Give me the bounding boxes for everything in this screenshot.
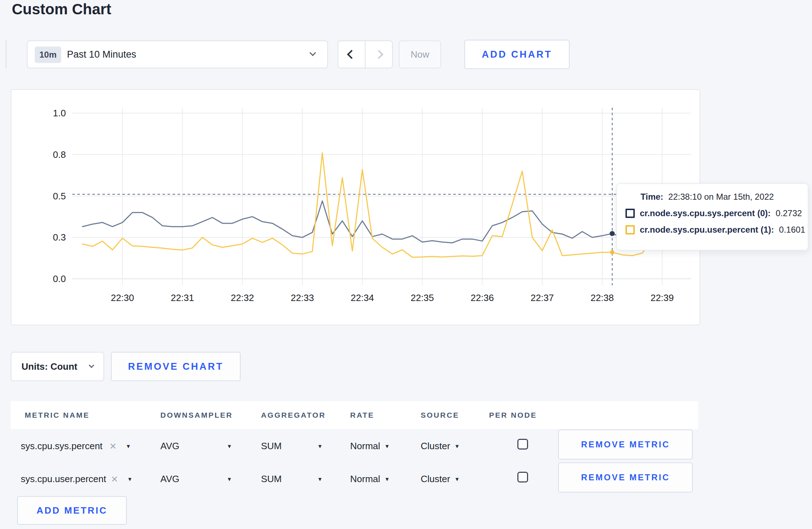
clear-metric-icon[interactable]: × <box>111 472 118 486</box>
tooltip-series-label: cr.node.sys.cpu.user.percent (1): <box>640 225 774 235</box>
time-range-select[interactable]: 10m Past 10 Minutes <box>27 40 328 68</box>
per-node-checkbox[interactable] <box>517 439 528 450</box>
tooltip-series-row: cr.node.sys.cpu.sys.percent (0): 0.2732 <box>625 208 802 218</box>
rate-value: Normal <box>350 441 380 452</box>
caret-down-icon: ▼ <box>317 443 323 449</box>
caret-down-icon: ▼ <box>227 443 232 449</box>
col-header-metric-name: METRIC NAME <box>25 411 90 419</box>
rate-dropdown[interactable]: Normal ▼ <box>350 471 390 487</box>
tooltip-series-row: cr.node.sys.cpu.user.percent (1): 0.1601 <box>625 225 805 235</box>
x-axis-tick-label: 22:37 <box>531 292 554 303</box>
chevron-left-icon <box>347 50 356 59</box>
chart-panel: 0.00.30.50.81.022:3022:3122:3222:3322:34… <box>11 89 700 325</box>
aggregator-dropdown[interactable]: SUM ▼ <box>261 438 323 454</box>
caret-down-icon: ▼ <box>126 443 131 449</box>
series-sys-swatch-icon <box>625 209 635 218</box>
caret-down-icon: ▼ <box>127 476 132 482</box>
tooltip-time-label: Time: <box>641 192 663 202</box>
col-header-downsampler: DOWNSAMPLER <box>160 411 233 419</box>
tooltip-series-value: 0.2732 <box>775 208 802 218</box>
remove-chart-button[interactable]: REMOVE CHART <box>111 352 241 381</box>
y-axis-tick-label: 0.5 <box>53 191 66 202</box>
next-range-button[interactable] <box>366 41 392 68</box>
tooltip-series-label: cr.node.sys.cpu.sys.percent (0): <box>640 208 770 218</box>
x-axis-tick-label: 22:30 <box>111 292 134 303</box>
downsampler-value: AVG <box>160 441 179 452</box>
tooltip-time-row: Time: 22:38:10 on Mar 15th, 2022 <box>641 192 774 202</box>
x-axis-tick-label: 22:32 <box>231 292 254 303</box>
aggregator-value: SUM <box>261 441 282 452</box>
timeseries-chart[interactable]: 0.00.30.50.81.022:3022:3122:3222:3322:34… <box>11 90 700 325</box>
aggregator-value: SUM <box>261 474 282 485</box>
source-dropdown[interactable]: Cluster ▼ <box>421 438 460 454</box>
x-axis-tick-label: 22:34 <box>351 292 374 303</box>
chevron-down-icon <box>89 363 95 368</box>
col-header-source: SOURCE <box>421 411 459 419</box>
page-title: Custom Chart <box>12 1 111 18</box>
chevron-right-icon <box>374 50 383 59</box>
y-axis-tick-label: 1.0 <box>53 108 66 118</box>
tooltip-time-value: 22:38:10 on Mar 15th, 2022 <box>668 192 774 202</box>
col-header-rate: RATE <box>350 411 374 419</box>
crosshair-dot-1 <box>610 250 614 254</box>
prev-range-button[interactable] <box>338 41 366 68</box>
per-node-checkbox[interactable] <box>517 472 528 482</box>
series-line-0 <box>82 201 672 243</box>
caret-down-icon: ▼ <box>227 476 232 482</box>
x-axis-tick-label: 22:36 <box>470 292 494 303</box>
chevron-down-icon <box>309 49 316 56</box>
metric-name-dropdown[interactable]: sys.cpu.sys.percent × ▼ <box>21 438 131 454</box>
time-range-badge: 10m <box>35 47 61 63</box>
caret-down-icon: ▼ <box>454 476 460 482</box>
clear-metric-icon[interactable]: × <box>110 440 116 453</box>
col-header-per-node: PER NODE <box>489 411 537 419</box>
downsampler-value: AVG <box>160 474 179 485</box>
series-user-swatch-icon <box>625 225 635 234</box>
time-nav-group <box>338 40 393 68</box>
metric-name-value: sys.cpu.sys.percent <box>21 441 102 452</box>
y-axis-tick-label: 0.8 <box>53 149 66 160</box>
caret-down-icon: ▼ <box>454 443 460 449</box>
rate-dropdown[interactable]: Normal ▼ <box>350 438 390 454</box>
units-select[interactable]: Units: Count <box>11 352 104 381</box>
metric-name-dropdown[interactable]: sys.cpu.user.percent × ▼ <box>21 471 132 487</box>
add-chart-button[interactable]: ADD CHART <box>464 40 570 69</box>
units-label: Units: Count <box>21 353 77 380</box>
source-value: Cluster <box>421 441 450 452</box>
x-axis-tick-label: 22:39 <box>651 292 674 303</box>
x-axis-tick-label: 22:33 <box>291 292 314 303</box>
caret-down-icon: ▼ <box>385 443 390 449</box>
x-axis-tick-label: 22:35 <box>411 292 434 303</box>
custom-chart-page: Custom Chart 10m Past 10 Minutes Now ADD… <box>0 0 812 529</box>
add-metric-button[interactable]: ADD METRIC <box>17 496 127 525</box>
source-value: Cluster <box>421 474 450 485</box>
aggregator-dropdown[interactable]: SUM ▼ <box>261 471 323 487</box>
rate-value: Normal <box>350 474 380 485</box>
chart-tooltip: Time: 22:38:10 on Mar 15th, 2022 cr.node… <box>616 183 808 251</box>
y-axis-tick-label: 0.3 <box>53 232 66 243</box>
downsampler-dropdown[interactable]: AVG ▼ <box>160 471 232 487</box>
source-dropdown[interactable]: Cluster ▼ <box>421 471 460 487</box>
metric-name-value: sys.cpu.user.percent <box>21 474 106 485</box>
remove-metric-button[interactable]: REMOVE METRIC <box>558 462 693 492</box>
x-axis-tick-label: 22:31 <box>171 292 194 303</box>
now-button[interactable]: Now <box>399 40 441 68</box>
col-header-aggregator: AGGREGATOR <box>261 411 326 419</box>
tooltip-series-value: 0.1601 <box>779 225 805 235</box>
series-line-1 <box>82 153 672 257</box>
remove-metric-button[interactable]: REMOVE METRIC <box>558 429 693 460</box>
x-axis-tick-label: 22:38 <box>590 292 614 303</box>
crosshair-dot-0 <box>610 231 615 236</box>
caret-down-icon: ▼ <box>385 476 390 482</box>
y-axis-tick-label: 0.0 <box>53 273 66 284</box>
caret-down-icon: ▼ <box>317 476 323 482</box>
toolbar-divider <box>6 40 6 68</box>
downsampler-dropdown[interactable]: AVG ▼ <box>160 438 232 454</box>
time-range-label: Past 10 Minutes <box>67 41 136 68</box>
